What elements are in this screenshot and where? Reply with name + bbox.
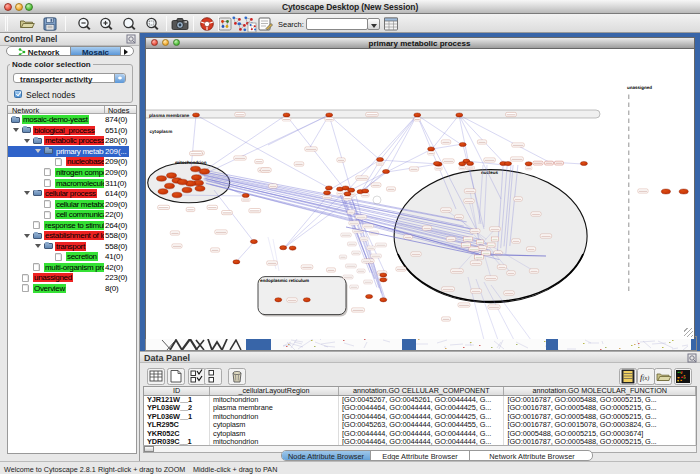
svg-text:nucleus: nucleus xyxy=(481,169,499,174)
svg-text:cytoplasm: cytoplasm xyxy=(149,129,172,134)
svg-text:mitochondrion: mitochondrion xyxy=(175,159,207,164)
svg-text:plasma membrane: plasma membrane xyxy=(149,112,190,117)
svg-text:endoplasmic reticulum: endoplasmic reticulum xyxy=(260,278,309,283)
svg-text:unassigned: unassigned xyxy=(627,84,652,89)
